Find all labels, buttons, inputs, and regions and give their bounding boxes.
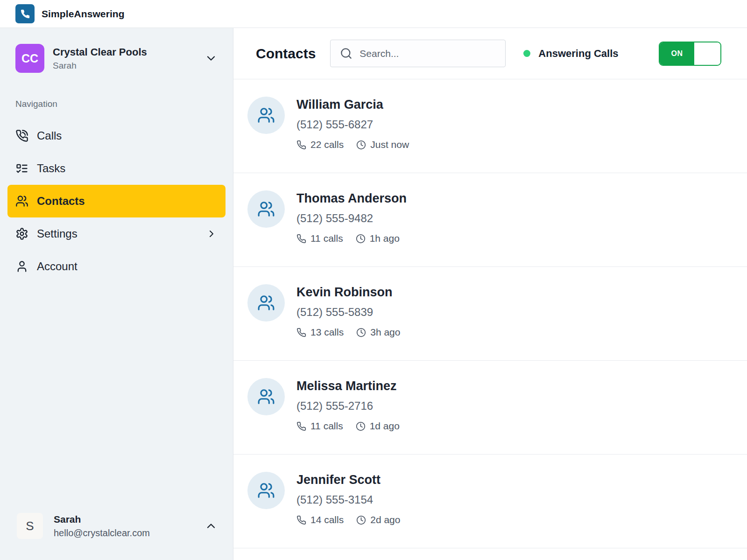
nav-section-label: Navigation <box>15 99 218 109</box>
users-icon <box>257 294 275 312</box>
main-header: Contacts Answering Calls ON <box>233 28 747 79</box>
app-logo <box>15 4 35 23</box>
contact-last-call: Just now <box>370 139 409 150</box>
contact-row[interactable]: Melissa Martinez (512) 555-2716 11 calls <box>233 361 747 455</box>
contact-avatar <box>247 284 285 322</box>
users-icon <box>257 482 275 499</box>
sidebar-item-label: Account <box>37 260 78 273</box>
contact-avatar <box>247 472 285 509</box>
search-box <box>330 40 506 67</box>
main-content: Contacts Answering Calls ON <box>233 28 747 560</box>
contact-row[interactable]: Thomas Anderson (512) 555-9482 11 calls <box>233 173 747 267</box>
search-input[interactable] <box>359 48 498 59</box>
sidebar-item-label: Calls <box>37 129 62 142</box>
user-name: Sarah <box>54 514 150 525</box>
clock-icon <box>356 421 366 431</box>
contact-phone: (512) 555-9482 <box>296 212 407 225</box>
contact-last-call: 1d ago <box>370 420 400 432</box>
phone-icon <box>296 421 306 431</box>
user-avatar: S <box>17 513 43 539</box>
clock-icon <box>356 515 366 525</box>
list-todo-icon <box>15 162 28 175</box>
search-icon <box>340 47 352 60</box>
users-icon <box>257 106 275 124</box>
sidebar-item-contacts[interactable]: Contacts <box>7 185 226 217</box>
contact-calls-count: 11 calls <box>310 233 343 244</box>
user-icon <box>15 260 28 273</box>
phone-icon <box>296 234 306 244</box>
org-name: Crystal Clear Pools <box>53 46 147 58</box>
contact-name: Kevin Robinson <box>296 285 400 300</box>
phone-icon <box>296 328 306 337</box>
toggle-on-segment[interactable]: ON <box>660 42 694 65</box>
user-email: hello@crystalclear.com <box>54 528 150 539</box>
contact-row[interactable]: Kevin Robinson (512) 555-5839 13 calls <box>233 267 747 361</box>
app-title: SimpleAnswering <box>42 8 125 20</box>
sidebar-item-tasks[interactable]: Tasks <box>7 152 226 185</box>
org-switcher[interactable]: CC Crystal Clear Pools Sarah <box>0 44 233 73</box>
contact-name: William Garcia <box>296 98 409 112</box>
contact-phone: (512) 555-5839 <box>296 306 400 319</box>
contact-name: Melissa Martinez <box>296 379 400 393</box>
page-title: Contacts <box>256 46 316 62</box>
contact-calls-count: 13 calls <box>310 327 344 338</box>
sidebar-item-settings[interactable]: Settings <box>7 217 226 250</box>
contact-avatar <box>247 97 285 134</box>
contact-avatar <box>247 190 285 228</box>
contact-row[interactable] <box>233 548 747 560</box>
clock-icon <box>356 234 366 244</box>
chevron-down-icon[interactable] <box>204 52 218 65</box>
toggle-off-segment[interactable] <box>694 42 720 65</box>
org-avatar: CC <box>15 44 44 73</box>
users-icon <box>257 388 275 406</box>
clock-icon <box>356 328 366 337</box>
org-subtitle: Sarah <box>53 61 147 71</box>
contact-last-call: 1h ago <box>370 233 400 244</box>
phone-icon <box>20 9 30 19</box>
gear-icon <box>15 227 28 240</box>
sidebar: CC Crystal Clear Pools Sarah Navigation … <box>0 28 233 560</box>
users-icon <box>15 195 28 208</box>
chevron-right-icon <box>206 228 217 239</box>
sidebar-item-label: Tasks <box>37 162 65 175</box>
contact-calls-count: 14 calls <box>310 514 344 525</box>
status-dot <box>523 50 530 57</box>
contact-calls-count: 22 calls <box>310 139 344 150</box>
sidebar-item-label: Contacts <box>37 195 85 208</box>
phone-call-icon <box>15 129 28 142</box>
contact-last-call: 3h ago <box>370 327 400 338</box>
users-icon <box>257 200 275 218</box>
status-label: Answering Calls <box>538 48 618 60</box>
phone-icon <box>296 515 306 525</box>
user-menu[interactable]: S Sarah hello@crystalclear.com <box>0 513 233 539</box>
contact-name: Jennifer Scott <box>296 473 400 487</box>
contact-phone: (512) 555-2716 <box>296 399 400 413</box>
phone-icon <box>296 140 306 150</box>
answering-status: Answering Calls <box>523 48 618 60</box>
contact-calls-count: 11 calls <box>310 420 343 432</box>
sidebar-item-account[interactable]: Account <box>7 250 226 283</box>
contact-row[interactable]: Jennifer Scott (512) 555-3154 14 calls <box>233 455 747 548</box>
nav-list: Calls Tasks Contacts Settings <box>0 119 233 283</box>
sidebar-item-label: Settings <box>37 227 78 240</box>
chevron-up-icon[interactable] <box>204 519 218 532</box>
contact-phone: (512) 555-3154 <box>296 493 400 506</box>
clock-icon <box>356 140 366 150</box>
contact-last-call: 2d ago <box>370 514 400 525</box>
contact-list: William Garcia (512) 555-6827 22 calls <box>233 79 747 560</box>
answering-toggle[interactable]: ON <box>659 42 721 66</box>
topbar: SimpleAnswering <box>0 0 747 28</box>
contact-avatar <box>247 378 285 415</box>
contact-row[interactable]: William Garcia (512) 555-6827 22 calls <box>233 79 747 173</box>
contact-name: Thomas Anderson <box>296 191 407 206</box>
contact-phone: (512) 555-6827 <box>296 118 409 131</box>
sidebar-item-calls[interactable]: Calls <box>7 119 226 152</box>
